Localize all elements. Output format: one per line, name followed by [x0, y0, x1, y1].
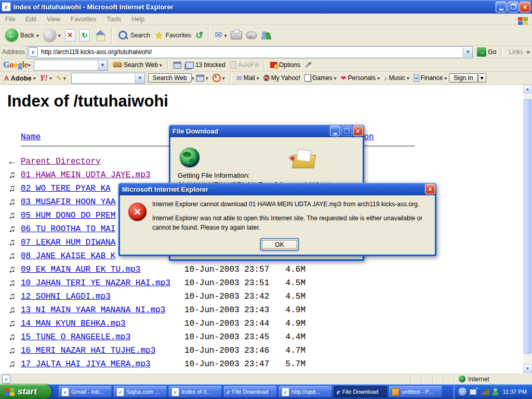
menu-edit[interactable]: Edit: [20, 16, 42, 23]
menu-view[interactable]: View: [42, 16, 65, 23]
yahoo-search-input[interactable]: [72, 74, 135, 82]
bookmarks-button[interactable]: [194, 74, 210, 82]
file-link[interactable]: 17 JALTA HAI JIYA MERA.mp3: [21, 357, 151, 371]
popup-blocked-button[interactable]: 13 blocked: [183, 61, 228, 69]
minimize-button[interactable]: [496, 2, 507, 12]
mail-dropdown-icon[interactable]: [224, 32, 227, 39]
file-link[interactable]: 05 HUM DONO DO PREM: [21, 209, 115, 222]
music-button[interactable]: ♪ Music: [382, 74, 411, 82]
yahoo-search-combo[interactable]: ▼: [71, 73, 145, 84]
taskbar-button-gmail[interactable]: e Gmail - Inb...: [59, 386, 112, 397]
messenger-button[interactable]: [259, 26, 274, 44]
taskbar-button-sajha[interactable]: e Sajha.com ...: [114, 386, 167, 397]
adobe-dropdown-icon[interactable]: [33, 74, 36, 82]
google-search-input[interactable]: [34, 61, 98, 69]
address-dropdown-icon[interactable]: ▼: [463, 47, 472, 57]
file-link[interactable]: 16 MERI NAZAR HAI TUJHE.mp3: [21, 344, 155, 357]
back-dropdown-icon[interactable]: [36, 32, 39, 39]
yahoo-dropdown-icon[interactable]: [49, 74, 52, 82]
finance-button[interactable]: ⌁ Finance: [411, 74, 449, 82]
search-web-dropdown-icon[interactable]: [159, 61, 162, 69]
yahoo-mail-dropdown-icon[interactable]: [257, 74, 259, 82]
google-news-button[interactable]: [171, 62, 183, 69]
hotjobs-dropdown-icon[interactable]: [222, 74, 225, 82]
stop-button[interactable]: ✕: [63, 26, 77, 44]
history-button[interactable]: ↺: [193, 26, 205, 44]
dialog-close-button[interactable]: ×: [353, 126, 363, 136]
favorites-button[interactable]: ★ Favorites: [152, 26, 193, 44]
file-link[interactable]: 15 TUNE O RANGEELE.mp3: [21, 330, 130, 344]
scroll-down-icon[interactable]: ▼: [523, 364, 532, 373]
address-combo[interactable]: e ▼: [27, 46, 473, 58]
games-dropdown-icon[interactable]: [334, 74, 337, 82]
google-logo[interactable]: Google: [3, 60, 28, 70]
pencil-dropdown-icon[interactable]: [63, 74, 66, 82]
bookmarks-dropdown-icon[interactable]: [206, 74, 208, 82]
taskbar-button-file-download-2[interactable]: e File Download: [334, 386, 387, 397]
search-button[interactable]: Search: [116, 26, 152, 44]
yahoo-search-web-button[interactable]: Search Web: [148, 73, 192, 83]
messenger-tray-icon[interactable]: [492, 388, 499, 395]
google-search-web-button[interactable]: Search Web: [111, 61, 164, 69]
sign-in-dropdown-icon[interactable]: ▾: [478, 73, 486, 83]
network-tray-icon[interactable]: [470, 389, 478, 395]
personals-button[interactable]: ❤ Personals: [339, 74, 382, 82]
taskbar-button-file-download-1[interactable]: e File Download: [224, 386, 277, 397]
file-link[interactable]: 13 NI MAIN YAAR MANANA NI.mp3: [21, 303, 165, 317]
home-button[interactable]: [92, 26, 109, 44]
yahoo-logo-button[interactable]: Y!: [38, 74, 54, 83]
taskbar-button-untitled[interactable]: untitled - P...: [389, 386, 442, 397]
menu-tools[interactable]: Tools: [101, 16, 126, 23]
file-link[interactable]: 01 HAWA MEIN UDTA JAYE.mp3: [21, 168, 151, 182]
links-label[interactable]: Links: [506, 48, 526, 56]
vertical-scrollbar[interactable]: ▲ ▼: [523, 85, 532, 373]
yahoo-mail-button[interactable]: ✉ Mail: [234, 74, 261, 82]
ok-button[interactable]: OK: [260, 238, 299, 251]
back-button[interactable]: ← Back: [3, 26, 41, 44]
file-link[interactable]: 14 MAN KYUN BEHKA.mp3: [21, 317, 126, 330]
file-link[interactable]: 02 WO TERE PYAR KA: [21, 182, 111, 195]
finance-dropdown-icon[interactable]: [444, 74, 447, 82]
menu-favorites[interactable]: Favorites: [65, 16, 101, 23]
menu-help[interactable]: Help: [126, 16, 150, 23]
file-link[interactable]: 06 TU ROOTHA TO MAI: [21, 222, 115, 236]
links-chevron-icon[interactable]: »: [526, 48, 530, 56]
parent-directory-link[interactable]: Parent Directory: [21, 155, 101, 168]
highlight-button[interactable]: [302, 64, 314, 66]
address-input[interactable]: [40, 48, 463, 56]
go-button[interactable]: → Go: [475, 47, 498, 57]
close-button[interactable]: ×: [520, 2, 530, 12]
discuss-button[interactable]: [244, 26, 259, 44]
games-button[interactable]: Games: [302, 74, 339, 82]
refresh-button[interactable]: ↻: [77, 26, 92, 44]
autofill-button[interactable]: AutoFill: [228, 61, 261, 69]
google-search-dropdown-icon[interactable]: ▼: [98, 60, 107, 70]
tray-chevron-icon[interactable]: ‹: [458, 388, 467, 396]
signal-strength-icon[interactable]: [481, 389, 489, 395]
forward-button[interactable]: →: [41, 26, 63, 44]
scrollbar-thumb[interactable]: [524, 99, 531, 354]
forward-dropdown-icon[interactable]: [58, 32, 61, 39]
my-yahoo-button[interactable]: My My Yahoo!: [261, 74, 302, 82]
mail-button[interactable]: ✉: [212, 26, 229, 44]
taskbar-button-http-upd[interactable]: e http://upd...: [279, 386, 332, 397]
scroll-up-icon[interactable]: ▲: [523, 85, 532, 94]
start-button[interactable]: start: [0, 384, 51, 399]
dialog-minimize-button[interactable]: [330, 126, 340, 136]
google-search-combo[interactable]: ▼: [34, 60, 108, 71]
file-link[interactable]: 08 JANE KAISE KAB K: [21, 249, 115, 263]
music-dropdown-icon[interactable]: [407, 74, 409, 82]
menu-file[interactable]: File: [0, 16, 20, 23]
yahoo-search-dropdown-icon[interactable]: ▼: [135, 73, 144, 83]
options-button[interactable]: Options: [268, 61, 302, 69]
sign-in-button[interactable]: Sign In: [449, 73, 477, 83]
personals-dropdown-icon[interactable]: [377, 74, 380, 82]
file-link[interactable]: 10 JAHAN TERI YE NAZAR HAI.mp3: [21, 276, 170, 290]
file-link[interactable]: 07 LEKAR HUM DIWANA: [21, 236, 115, 249]
adobe-button[interactable]: A Adobe: [2, 74, 38, 82]
restore-button[interactable]: [508, 2, 518, 12]
taskbar-button-index[interactable]: e Index of /t...: [169, 386, 222, 397]
file-link[interactable]: 12 SOHNI LAGDI.mp3: [21, 290, 111, 303]
yahoo-pencil-button[interactable]: ✎: [54, 74, 68, 82]
column-header-name[interactable]: Name: [21, 132, 41, 142]
